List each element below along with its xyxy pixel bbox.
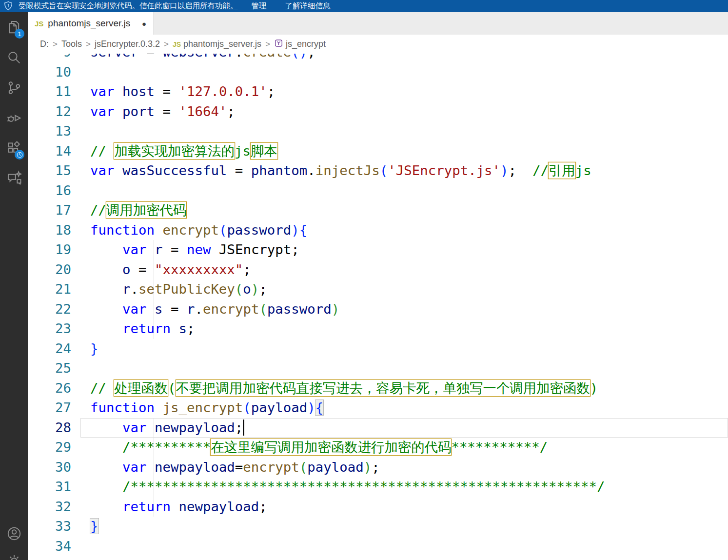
code-token: 加载实现加密算法的 [114,143,235,159]
code-token: js [235,143,251,159]
code-line-22[interactable]: 22 var s = r.encrypt(password) [28,300,728,320]
code-line-12[interactable]: 12var port = '1664'; [28,102,728,122]
line-number: 24 [28,339,90,359]
code-token: var [90,163,114,178]
code-token [114,163,122,178]
code-line-33[interactable]: 33} [28,517,728,537]
indent-guide [154,260,154,280]
line-number: 34 [28,537,90,557]
breadcrumb-tools[interactable]: Tools [61,39,82,49]
code-line-27[interactable]: 27function js_encrypt(payload){ [28,398,728,418]
code-editor[interactable]: 9server = webserver.create();1011var hos… [28,54,728,560]
account-icon[interactable] [0,520,28,547]
code-line-9[interactable]: 9server = webserver.create(); [28,54,728,62]
modified-indicator-dot[interactable]: ● [142,20,146,28]
code-token: ( [291,54,299,60]
code-token: ***********/ [451,440,548,455]
code-line-19[interactable]: 19 var r = new JSEncrypt; [28,240,728,260]
code-token: ; [259,499,267,514]
line-content: /**********在这里编写调用加密函数进行加密的代码***********… [90,438,728,458]
code-line-20[interactable]: 20 o = "xxxxxxxxx"; [28,260,728,280]
code-line-13[interactable]: 13 [28,121,728,141]
explorer-badge: 1 [15,29,24,39]
code-line-29[interactable]: 29 /**********在这里编写调用加密函数进行加密的代码********… [28,438,728,458]
line-content: o = "xxxxxxxxx"; [90,260,728,280]
code-line-21[interactable]: 21 r.setPublicKey(o); [28,280,728,300]
tab-bar: JS phantomjs_server.js ● [28,12,728,35]
breadcrumb-symbol[interactable]: js_encrypt [274,39,326,50]
code-token: 在这里编写调用加密函数进行加密的代码 [211,439,451,455]
line-content [90,359,728,379]
editor-group: JS phantomjs_server.js ● D: > Tools > js… [28,12,728,560]
code-token: ; [243,262,251,277]
code-token: injectJs [315,163,380,178]
line-number: 27 [28,398,90,418]
code-token: = [162,242,186,257]
code-line-26[interactable]: 26// 处理函数(不要把调用加密代码直接写进去，容易卡死，单独写一个调用加密函… [28,379,728,399]
code-token [90,420,122,435]
code-line-14[interactable]: 14// 加载实现加密算法的js脚本 [28,141,728,161]
run-debug-icon[interactable] [0,103,28,133]
chevron-right-icon: > [86,40,91,49]
code-line-28[interactable]: 28 var newpayload; [28,418,728,438]
manage-link[interactable]: 管理 [252,1,267,11]
code-token: . [307,163,315,178]
code-line-32[interactable]: 32 return newpayload; [28,497,728,517]
code-token: var [122,242,146,257]
extensions-icon[interactable] [0,133,28,163]
code-token: JSEncrypt [219,242,291,257]
code-token [211,242,219,257]
code-token: var [122,460,146,475]
code-token: wasSuccessful [122,163,227,178]
code-line-25[interactable]: 25 [28,359,728,379]
code-line-17[interactable]: 17//调用加密代码 [28,200,728,220]
code-token: r [122,281,131,297]
line-number: 12 [28,102,90,122]
breadcrumb-jsencrypter[interactable]: jsEncrypter.0.3.2 [95,39,160,49]
code-line-18[interactable]: 18function encrypt(password){ [28,220,728,240]
line-content: } [90,517,728,537]
code-token: 脚本 [251,143,277,159]
line-content: //调用加密代码 [90,200,728,220]
code-line-11[interactable]: 11var host = '127.0.0.1'; [28,82,728,102]
code-line-30[interactable]: 30 var newpayload=encrypt(payload); [28,458,728,478]
code-token: phantom [251,163,307,178]
code-line-10[interactable]: 10 [28,62,728,82]
code-token [155,400,163,415]
search-icon[interactable] [0,42,28,73]
code-token: ( [243,400,251,415]
code-token: // [516,163,549,178]
code-token: = [155,84,178,99]
code-line-16[interactable]: 16 [28,181,728,201]
code-line-34[interactable]: 34 [28,537,728,557]
line-number: 18 [28,220,90,240]
js-file-icon: JS [35,20,43,28]
tab-phantomjs-server[interactable]: JS phantomjs_server.js ● [28,12,154,35]
activity-bar: 1 [0,12,28,560]
code-token: host [122,84,155,99]
learn-more-link[interactable]: 了解详细信息 [285,1,331,11]
code-token: password [227,222,291,238]
source-control-icon[interactable] [0,73,28,103]
line-number: 13 [28,121,90,141]
breadcrumb-file[interactable]: JS phantomjs_server.js [173,39,261,49]
settings-gear-icon[interactable] [0,547,28,560]
code-token [114,84,122,99]
explorer-icon[interactable]: 1 [0,12,28,42]
code-line-15[interactable]: 15var wasSuccessful = phantom.injectJs('… [28,161,728,181]
chat-icon[interactable] [0,163,28,194]
code-token: function [90,222,155,238]
breadcrumb-drive[interactable]: D: [40,39,49,49]
code-token: o [243,281,251,297]
chevron-right-icon: > [164,40,169,49]
line-number: 32 [28,497,90,517]
line-content [90,537,728,557]
line-number: 29 [28,438,90,458]
code-line-24[interactable]: 24} [28,339,728,359]
code-token: ) [299,54,308,60]
code-line-23[interactable]: 23 return s; [28,319,728,339]
code-line-31[interactable]: 31 /************************************… [28,477,728,497]
code-token: ; [291,242,299,257]
code-token: = [162,301,186,317]
code-token: r [187,301,195,317]
